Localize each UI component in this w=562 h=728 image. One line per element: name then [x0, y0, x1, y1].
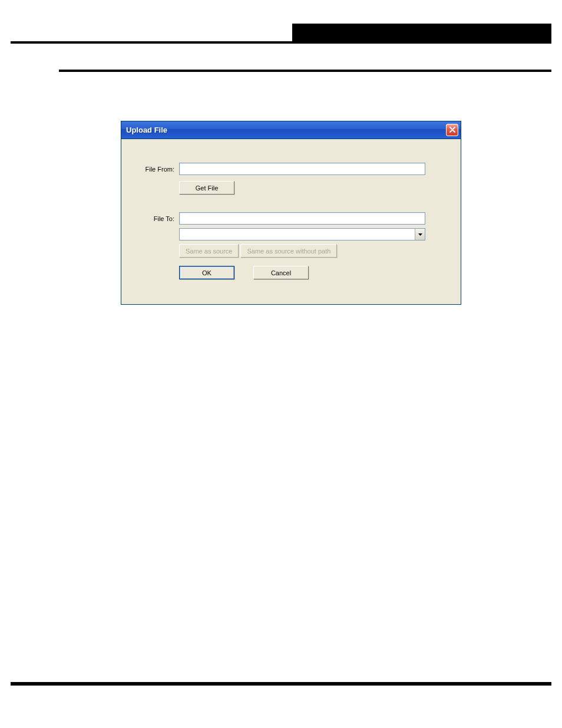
ok-button[interactable]: OK: [179, 266, 234, 279]
header-black-bar: [292, 24, 551, 41]
close-button[interactable]: [446, 124, 458, 136]
dialog-title: Upload File: [126, 126, 167, 134]
file-to-combo[interactable]: [179, 228, 425, 241]
get-file-button[interactable]: Get File: [179, 181, 234, 195]
same-as-source-without-path-button: Same as source without path: [240, 244, 337, 258]
file-to-input[interactable]: [179, 212, 425, 225]
file-from-input[interactable]: [179, 163, 425, 175]
cancel-button[interactable]: Cancel: [253, 266, 309, 279]
horizontal-rule-2: [59, 70, 551, 72]
close-icon: [449, 126, 455, 134]
horizontal-rule-1: [11, 41, 551, 44]
upload-file-dialog: Upload File File From: Get File File To:: [121, 121, 461, 305]
file-to-label: File To:: [132, 215, 179, 222]
dropdown-arrow-icon[interactable]: [415, 229, 425, 240]
file-from-label: File From:: [132, 166, 179, 173]
titlebar[interactable]: Upload File: [121, 121, 461, 139]
dialog-body: File From: Get File File To: Same as sou…: [121, 139, 461, 304]
same-as-source-button: Same as source: [179, 244, 239, 258]
horizontal-rule-bottom: [11, 682, 551, 686]
